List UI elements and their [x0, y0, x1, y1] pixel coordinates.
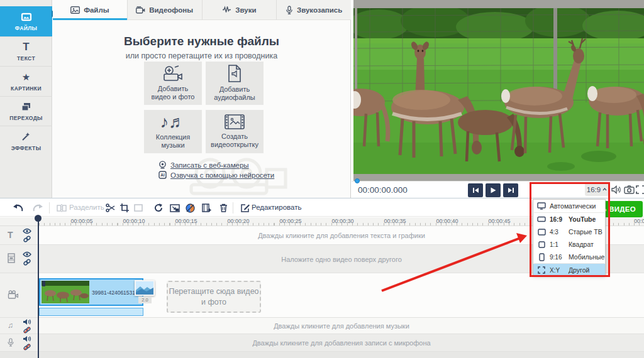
snapshot-camera-icon[interactable]: [623, 184, 635, 195]
letterbox-top: [353, 0, 644, 8]
magic-wand-icon: [21, 131, 32, 143]
dropdown-item-4-3[interactable]: 4:3 Старые ТВ: [533, 225, 605, 238]
chevron-up-icon: [602, 188, 607, 191]
add-audio-button[interactable]: Добавитьаудиофайлы: [206, 62, 264, 105]
picture-in-picture-icon[interactable]: [167, 200, 182, 215]
seekbar-track[interactable]: [352, 181, 644, 182]
ratio-custom-icon: [533, 266, 550, 274]
tab-sounds[interactable]: Звуки: [203, 0, 277, 19]
tab-label: Звуки: [235, 6, 256, 14]
undo-button[interactable]: [10, 200, 25, 215]
link-label: Озвучка с помощью нейросети: [170, 171, 274, 179]
speaker-icon[interactable]: [23, 318, 31, 325]
color-adjust-icon[interactable]: [182, 200, 197, 215]
clip-handle-left[interactable]: [42, 281, 45, 286]
volume-icon[interactable]: [611, 184, 622, 195]
rectangle-tool-icon[interactable]: [131, 200, 146, 215]
dropdown-item-9-16[interactable]: 9:16 Мобильные: [533, 251, 605, 263]
transition-duration: 2.0: [138, 296, 152, 303]
ai-voiceover-link[interactable]: AI Озвучка с помощью нейросети: [158, 171, 274, 179]
svg-text:AI: AI: [160, 173, 165, 177]
link-icon[interactable]: [23, 259, 31, 266]
monitor-icon: [533, 202, 550, 210]
next-frame-button[interactable]: [503, 183, 518, 197]
sidebar-item-transitions[interactable]: ПЕРЕХОДЫ: [0, 96, 52, 126]
rotate-icon[interactable]: [151, 200, 166, 215]
dropdown-label: Мобильные: [569, 253, 605, 261]
dropdown-value: 4:3: [550, 229, 569, 236]
scissors-icon[interactable]: [103, 200, 118, 215]
ratio-4-3-icon: [533, 229, 550, 236]
sidebar-item-pictures[interactable]: ★ КАРТИНКИ: [0, 66, 52, 96]
video-frame-deer-scene[interactable]: [353, 8, 644, 174]
delete-icon[interactable]: [216, 200, 231, 215]
dropdown-value: X:Y: [550, 267, 569, 274]
split-button[interactable]: Разделить: [69, 203, 104, 211]
files-panel-subtitle: или просто перетащите их из проводника: [53, 52, 350, 60]
sidebar-item-label: ТЕКСТ: [17, 55, 35, 62]
microphone-icon: [286, 6, 293, 14]
record-webcam-link[interactable]: Записать с веб-камеры: [158, 161, 249, 169]
video-track-header: [0, 273, 39, 317]
eye-icon[interactable]: [23, 251, 31, 258]
voice-track-hint: Дважды кликните для добавления записи с …: [39, 339, 644, 347]
crop-icon[interactable]: [117, 200, 132, 215]
edit-icon[interactable]: [238, 200, 253, 215]
text-icon: T: [21, 41, 32, 53]
sidebar-item-effects[interactable]: ЭФФЕКТЫ: [0, 126, 52, 156]
tab-files[interactable]: Файлы: [53, 0, 128, 19]
dropdown-value: 9:16: [550, 254, 569, 261]
files-icon: [21, 11, 32, 23]
dropdown-value: 1:1: [550, 241, 569, 248]
music-notes-icon: ♪♬: [160, 114, 186, 130]
transition-badge[interactable]: 2.0: [135, 280, 156, 304]
music-collection-button[interactable]: ♪♬ Коллекциямузыки: [144, 110, 202, 153]
voice-track[interactable]: Дважды кликните для добавления записи с …: [0, 334, 644, 352]
eye-icon[interactable]: [23, 228, 31, 234]
fullscreen-icon[interactable]: [635, 184, 644, 195]
music-track-icon: ♫: [8, 321, 13, 330]
video-camera-icon: [136, 6, 145, 14]
create-video-postcard-button[interactable]: Создатьвидеооткрытку: [206, 110, 264, 153]
sidebar-item-label: ЭФФЕКТЫ: [11, 145, 42, 151]
audio-file-icon: [227, 65, 242, 82]
tab-voicerecording[interactable]: Звукозапись: [277, 0, 351, 19]
files-panel: Файлы Видеофоны Звуки Звукозапись Выбери…: [53, 0, 351, 198]
sidebar-item-text[interactable]: T ТЕКСТ: [0, 36, 52, 66]
star-icon: ★: [21, 72, 32, 83]
clip-thumbnail: [42, 281, 89, 303]
dropdown-item-custom[interactable]: X:Y Другой: [533, 264, 605, 276]
ratio-9-16-icon: [533, 253, 550, 261]
seekbar-handle[interactable]: [355, 178, 360, 183]
video-dropzone[interactable]: Перетащите сюда видео и фото: [167, 281, 261, 313]
video-clip[interactable]: 39981-424061531_ti: [39, 278, 143, 306]
link-icon[interactable]: [23, 236, 31, 242]
sidebar-item-label: ПЕРЕХОДЫ: [9, 115, 43, 121]
toolbar-separator: [49, 202, 50, 214]
tab-videobackgrounds[interactable]: Видеофоны: [128, 0, 203, 19]
ratio-16-9-icon: [533, 216, 550, 222]
dropdown-item-1-1[interactable]: 1:1 Квадрат: [533, 238, 605, 251]
dropdown-label: YouTube: [569, 215, 605, 223]
sidebar-item-files[interactable]: ФАЙЛЫ: [0, 6, 52, 36]
add-video-photo-button[interactable]: Добавитьвидео и фото: [144, 62, 202, 105]
speaker-icon[interactable]: [23, 335, 31, 342]
unlink-icon[interactable]: [23, 344, 31, 350]
dropdown-item-16-9[interactable]: 16:9 YouTube: [533, 213, 605, 225]
overlay-track-icon: [8, 253, 15, 266]
text-track-header: T: [0, 226, 39, 244]
aspect-ratio-button[interactable]: 16:9: [585, 183, 609, 196]
add-clip-icon[interactable]: [199, 200, 214, 215]
redo-button[interactable]: [30, 200, 45, 215]
edit-button[interactable]: Редактировать: [252, 203, 301, 211]
music-track-hint: Дважды кликните для добавления музыки: [39, 322, 644, 330]
split-icon[interactable]: [54, 200, 69, 215]
play-button[interactable]: [486, 183, 501, 197]
clip-audio-strip[interactable]: [39, 308, 143, 316]
voice-track-icon: [8, 338, 14, 349]
video-track-icon: [8, 290, 18, 301]
music-track[interactable]: Дважды кликните для добавления музыки ♫: [0, 318, 644, 334]
previous-frame-button[interactable]: [468, 183, 483, 197]
dropdown-item-auto[interactable]: Автоматически: [533, 200, 605, 212]
unlink-icon[interactable]: [23, 327, 31, 334]
